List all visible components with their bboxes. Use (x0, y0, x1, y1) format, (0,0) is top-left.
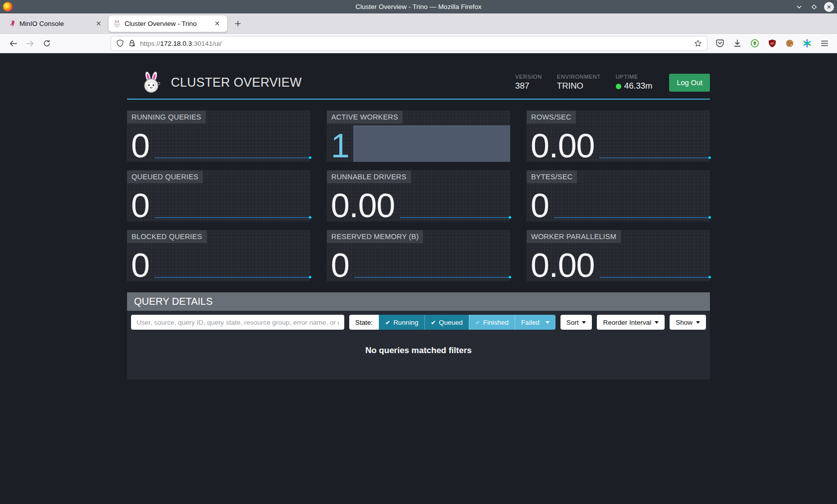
metric-label: ACTIVE WORKERS (327, 111, 403, 124)
caret-down-icon (655, 321, 659, 324)
sparkline-filled (353, 126, 510, 162)
url-bar[interactable]: https://172.18.0.3:30141/ui/ (111, 36, 707, 51)
extension-green-icon[interactable] (750, 39, 759, 48)
metric-tile-runnable-drivers: RUNNABLE DRIVERS 0.00 (327, 170, 510, 222)
page-title: CLUSTER OVERVIEW (171, 75, 515, 90)
trino-bunny-logo (141, 71, 162, 95)
metric-value: 1 (331, 132, 349, 160)
svg-text:uO: uO (770, 42, 774, 45)
query-details-title: QUERY DETAILS (127, 292, 710, 311)
check-icon (431, 319, 436, 326)
minio-favicon-icon (8, 20, 16, 27)
forward-button[interactable] (23, 36, 37, 50)
caret-down-icon (546, 321, 550, 324)
metric-value: 0 (131, 132, 149, 160)
metric-tile-queued-queries: QUEUED QUERIES 0 (127, 170, 310, 222)
check-icon (385, 319, 390, 326)
metric-tile-worker-parallelism: WORKER PARALLELISM 0.00 (527, 230, 710, 281)
page-header: CLUSTER OVERVIEW VERSION 387 ENVIRONMENT… (127, 53, 710, 100)
uptime-stat: UPTIME 46.33m (616, 74, 653, 91)
metric-label: RESERVED MEMORY (B) (327, 230, 423, 243)
tab-cluster-overview[interactable]: Cluster Overview - Trino (109, 15, 227, 32)
window-close-button[interactable] (824, 2, 834, 12)
window-minimize-button[interactable] (794, 2, 804, 12)
metric-value: 0 (531, 192, 549, 220)
metric-label: RUNNABLE DRIVERS (327, 170, 411, 183)
metric-tile-bytes-sec: BYTES/SEC 0 (527, 170, 710, 222)
sparkline (154, 153, 310, 158)
navigation-toolbar: https://172.18.0.3:30141/ui/ uO (0, 34, 837, 53)
tab-label: MinIO Console (19, 20, 90, 27)
metric-tile-active-workers: ACTIVE WORKERS 1 (327, 111, 510, 162)
state-filter-queued[interactable]: Queued (424, 315, 469, 330)
close-tab-icon[interactable] (212, 18, 223, 29)
version-stat: VERSION 387 (515, 74, 542, 91)
sparkline (400, 213, 510, 218)
reload-button[interactable] (40, 36, 54, 50)
ublock-origin-icon[interactable]: uO (768, 39, 777, 48)
metric-label: BLOCKED QUERIES (127, 230, 207, 243)
window-titlebar: Cluster Overview - Trino — Mozilla Firef… (0, 0, 837, 13)
state-filter-label: State: (349, 315, 379, 330)
metric-label: QUEUED QUERIES (127, 170, 203, 183)
metric-tile-reserved-memory: RESERVED MEMORY (B) 0 (327, 230, 510, 281)
empty-results-message: No queries matched filters (131, 330, 706, 376)
trino-cluster-overview-page: CLUSTER OVERVIEW VERSION 387 ENVIRONMENT… (0, 53, 837, 504)
downloads-icon[interactable] (733, 39, 742, 48)
environment-stat: ENVIRONMENT TRINO (557, 74, 601, 91)
url-text[interactable]: https://172.18.0.3:30141/ui/ (140, 40, 690, 47)
sparkline (154, 273, 310, 278)
tab-bar: MinIO Console Cluster Overview - Trino (0, 13, 837, 34)
menu-hamburger-icon[interactable] (820, 39, 829, 48)
sparkline (554, 213, 710, 218)
metric-label: WORKER PARALLELISM (527, 230, 621, 243)
new-tab-button[interactable] (232, 18, 243, 29)
metrics-grid: RUNNING QUERIES 0 ACTIVE WORKERS 1 ROWS/… (127, 111, 710, 281)
state-filter-finished[interactable]: Finished (469, 315, 515, 330)
state-filter-failed-dropdown[interactable]: Failed (515, 315, 556, 330)
query-search-input[interactable] (131, 315, 344, 330)
metric-value: 0.00 (531, 132, 594, 160)
query-details-section: QUERY DETAILS State: Running Queued Fini… (127, 292, 710, 379)
close-tab-icon[interactable] (93, 18, 104, 29)
state-filter-group: State: Running Queued Finished Failed (349, 315, 556, 330)
back-button[interactable] (6, 36, 20, 50)
logout-button[interactable]: Log Out (669, 74, 710, 92)
caret-down-icon (582, 321, 586, 324)
metric-value: 0 (331, 252, 349, 279)
pocket-icon[interactable] (715, 39, 724, 48)
trino-favicon-icon (113, 19, 121, 27)
metric-value: 0 (131, 252, 149, 279)
tab-minio-console[interactable]: MinIO Console (4, 15, 109, 32)
metric-value: 0 (131, 192, 149, 220)
metric-tile-rows-sec: ROWS/SEC 0.00 (527, 111, 710, 162)
window-maximize-button[interactable] (809, 2, 819, 12)
metric-value: 0.00 (531, 252, 594, 279)
reorder-interval-dropdown[interactable]: Reorder Interval (597, 315, 665, 330)
sparkline (599, 273, 710, 278)
metric-label: RUNNING QUERIES (127, 111, 206, 124)
metric-label: ROWS/SEC (527, 111, 576, 124)
metric-label: BYTES/SEC (527, 170, 577, 183)
metric-value: 0.00 (331, 192, 395, 220)
caret-down-icon (696, 321, 700, 324)
sparkline (354, 273, 510, 278)
asterisk-extension-icon[interactable] (803, 39, 812, 48)
window-title: Cluster Overview - Trino — Mozilla Firef… (0, 3, 837, 10)
check-icon (475, 319, 480, 326)
tab-label: Cluster Overview - Trino (125, 20, 208, 27)
sort-dropdown[interactable]: Sort (560, 315, 592, 330)
sparkline (599, 153, 710, 158)
sparkline (154, 213, 310, 218)
uptime-status-dot (616, 84, 621, 89)
show-dropdown[interactable]: Show (670, 315, 706, 330)
metric-tile-blocked-queries: BLOCKED QUERIES 0 (127, 230, 310, 281)
bookmark-star-icon[interactable] (694, 39, 702, 47)
metric-tile-running-queries: RUNNING QUERIES 0 (127, 111, 310, 162)
connection-lock-warning-icon[interactable] (128, 39, 136, 47)
cookie-extension-icon[interactable] (785, 39, 794, 48)
state-filter-running[interactable]: Running (379, 315, 424, 330)
tracking-shield-icon[interactable] (116, 39, 124, 47)
